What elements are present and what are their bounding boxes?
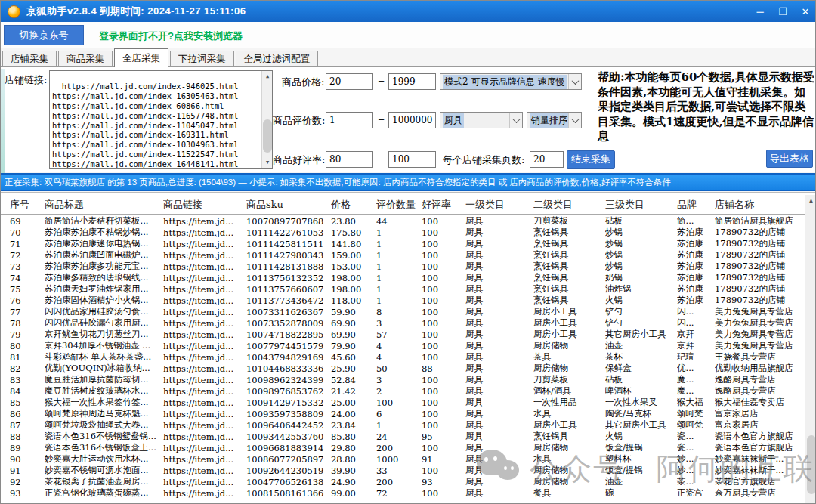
column-header[interactable]: 序号 <box>10 198 45 212</box>
table-row[interactable]: 69简居简洁小麦秸秆切菜板...https://item.jd...100708… <box>1 215 805 227</box>
window-title: 京狐助手v2.8.4 到期时间: 2024-11-27 15:11:06 <box>26 5 246 18</box>
tab-dropdown-words[interactable]: 下拉词采集 <box>170 51 234 67</box>
tab-shop-collect[interactable]: 店铺采集 <box>2 51 57 67</box>
rating-max-input[interactable] <box>388 151 436 168</box>
table-cell: 苏泊康 <box>677 238 715 249</box>
table-cell: 91 <box>10 465 45 476</box>
table-cell: 苏泊康苏泊康迷你电热锅... <box>45 238 163 249</box>
table-cell: 4 <box>376 352 422 363</box>
install-browser-link[interactable]: 登录界面打不开?点我安装浏览器 <box>99 29 243 43</box>
table-row[interactable]: 72苏泊康苏泊康凹面电磁炉...https://item.jd...101114… <box>1 249 805 261</box>
app-window: { "window": { "title": "京狐助手v2.8.4 到期时间:… <box>0 0 816 504</box>
table-cell: 52.84 <box>331 375 376 385</box>
scroll-up-icon[interactable]: ▲ <box>262 71 273 82</box>
table-row[interactable]: 77闪闪优品家用硅胶汤勺食...https://item.jd...100733… <box>1 306 805 317</box>
reviews-max-input[interactable] <box>388 112 436 128</box>
reviews-min-input[interactable] <box>326 112 373 128</box>
table-row[interactable]: 74苏泊康多精致的珐琅锅线...https://item.jd...101137… <box>1 272 805 283</box>
table-row[interactable]: 92茶花银离子抗菌油壶厨房...https://item.jd...100477… <box>1 476 805 487</box>
column-header[interactable]: 三级类目 <box>605 198 677 212</box>
scroll-thumb[interactable] <box>807 435 816 494</box>
table-cell: 24.90 <box>331 477 376 487</box>
price-dash: – <box>379 75 384 86</box>
table-scrollbar[interactable]: ▲ <box>805 195 816 504</box>
table-row[interactable]: 86颂呵梵原神周边马克杯魁...https://item.jd...100935… <box>1 408 805 419</box>
price-max-input[interactable] <box>388 73 436 90</box>
table-cell: https://item.jd... <box>163 397 246 408</box>
tab-fullstore-collect[interactable]: 全店采集 <box>114 48 168 67</box>
table-cell: 100 <box>422 227 465 238</box>
table-cell: 100 <box>422 465 465 476</box>
column-header[interactable]: 商品链接 <box>163 198 246 212</box>
table-row[interactable]: 80京拜304加厚不锈钢油壶 ...https://item.jd...1007… <box>1 340 805 351</box>
table-row[interactable]: 75苏泊康天妇罗油炸锅家用...https://item.jd...101137… <box>1 283 805 295</box>
table-row[interactable]: 70苏泊康苏泊康不粘锅炒锅...https://item.jd...101114… <box>1 227 805 238</box>
close-button[interactable]: ✕ <box>794 1 816 22</box>
pages-per-shop-input[interactable] <box>530 151 564 168</box>
table-row[interactable]: 73苏泊康苏泊康多功能元宝...https://item.jd...101114… <box>1 261 805 272</box>
table-cell: 烹饪锅具 <box>533 272 605 283</box>
table-row[interactable]: 84魔豆胜活树皮纹玻璃杯水...https://item.jd...100989… <box>1 385 805 397</box>
table-row[interactable]: 91妙奕嘉不锈钢可沥水泡面...https://item.jd...100926… <box>1 465 805 476</box>
chevron-down-icon[interactable] <box>568 113 581 128</box>
table-row[interactable]: 78闪闪优品硅胶漏勺家用厨...https://item.jd...100733… <box>1 317 805 329</box>
column-header[interactable]: 一级类目 <box>465 198 533 212</box>
table-cell: 一次性用品 <box>533 397 605 408</box>
table-row[interactable]: 76苏泊康固体酒精炉小火锅...https://item.jd...101137… <box>1 295 805 306</box>
column-header[interactable]: 商品sku <box>246 198 331 212</box>
shop-links-scrollbar[interactable]: ▲ ▼ <box>261 71 272 168</box>
table-row[interactable]: 90妙奕嘉大肚运动饮用水杯...https://item.jd...100860… <box>1 453 805 465</box>
column-header[interactable]: 品牌 <box>677 198 715 212</box>
chevron-down-icon[interactable] <box>568 74 581 89</box>
switch-jd-account-button[interactable]: 切换京东号 <box>4 25 84 45</box>
scroll-down-icon[interactable]: ▼ <box>262 157 273 168</box>
table-cell: 10047706526138 <box>246 477 331 487</box>
table-cell: 45.60 <box>331 352 376 363</box>
table-row[interactable]: 93正瓷宫钢化玻璃蒸蛋碗蒸...https://item.jd...100815… <box>1 487 805 499</box>
stop-collect-button[interactable]: 结束采集 <box>567 150 615 169</box>
mode-select[interactable]: 模式2-可显示品牌信息-速度慢 <box>440 73 582 90</box>
tab-global-filter-config[interactable]: 全局过滤词配置 <box>236 51 319 67</box>
table-cell: 84 <box>10 386 45 397</box>
chevron-down-icon[interactable] <box>509 113 522 128</box>
sort-select[interactable]: 销量排序 <box>527 112 582 128</box>
tab-product-collect[interactable]: 商品采集 <box>58 51 113 67</box>
table-row[interactable]: 71苏泊康苏泊康迷你电热锅...https://item.jd...101114… <box>1 238 805 249</box>
table-cell: https://item.jd... <box>163 375 246 385</box>
column-header[interactable]: 店铺名称 <box>715 198 805 212</box>
column-header[interactable]: 评价数量 <box>376 198 422 212</box>
table-cell: https://item.jd... <box>163 431 246 442</box>
shop-links-textarea[interactable]: https://mall.jd.com/index-946025.html ht… <box>49 70 273 169</box>
scroll-thumb[interactable] <box>263 119 272 153</box>
table-row[interactable]: 88瓷语本色316不锈钢鸳鸯锅...https://item.jd...1009… <box>1 431 805 442</box>
table-cell: 10111422761053 <box>246 227 331 238</box>
table-row[interactable]: 85猴大福一次性水果签竹签...https://item.jd...100914… <box>1 397 805 408</box>
table-row[interactable]: 87颂呵梵垃圾袋抽绳式大卷...https://item.jd...100964… <box>1 419 805 431</box>
table-cell: 苏泊康 <box>677 295 715 306</box>
table-row[interactable]: 79京拜鱿鱼切花刀切葱丝刀...https://item.jd...100747… <box>1 329 805 340</box>
table-cell: 50 <box>376 363 422 374</box>
table-cell: 妙... <box>677 465 715 476</box>
rating-min-input[interactable] <box>326 151 373 168</box>
table-row[interactable]: 82优勤(YOUQIN)冰箱收纳...https://item.jd...101… <box>1 363 805 374</box>
table-cell: 奶锅 <box>605 272 677 283</box>
export-table-button[interactable]: 导出表格 <box>766 150 813 168</box>
column-header[interactable]: 商品标题 <box>45 198 163 212</box>
column-header[interactable]: 好评率 <box>422 198 465 212</box>
column-header[interactable]: 二级类目 <box>533 198 605 212</box>
table-cell: 瓷语本色官方旗舰店 <box>715 431 805 442</box>
column-header[interactable]: 价格 <box>331 198 376 212</box>
table-cell: 富京家居店 <box>715 408 805 419</box>
category-select[interactable]: 厨具 <box>440 112 523 128</box>
table-row[interactable]: 89瓷语本色316不锈钢饭盒上...https://item.jd...1009… <box>1 442 805 453</box>
table-cell: 奈万厨具专营店 <box>715 487 805 499</box>
table-cell: 苏泊康苏泊康多功能元宝... <box>45 261 163 272</box>
table-cell: 200 <box>376 443 422 453</box>
minimize-button[interactable]: ─ <box>749 1 771 22</box>
price-min-input[interactable] <box>326 73 373 90</box>
maximize-button[interactable]: ❐ <box>771 1 794 22</box>
table-cell: 80 <box>10 341 45 351</box>
table-row[interactable]: 83魔豆胜活加厚抗菌防霉切...https://item.jd...100989… <box>1 374 805 385</box>
table-row[interactable]: 81斗彩鸡缸杯 单人茶杯茶盏...https://item.jd...10043… <box>1 351 805 363</box>
scroll-up-icon[interactable]: ▲ <box>805 195 816 206</box>
